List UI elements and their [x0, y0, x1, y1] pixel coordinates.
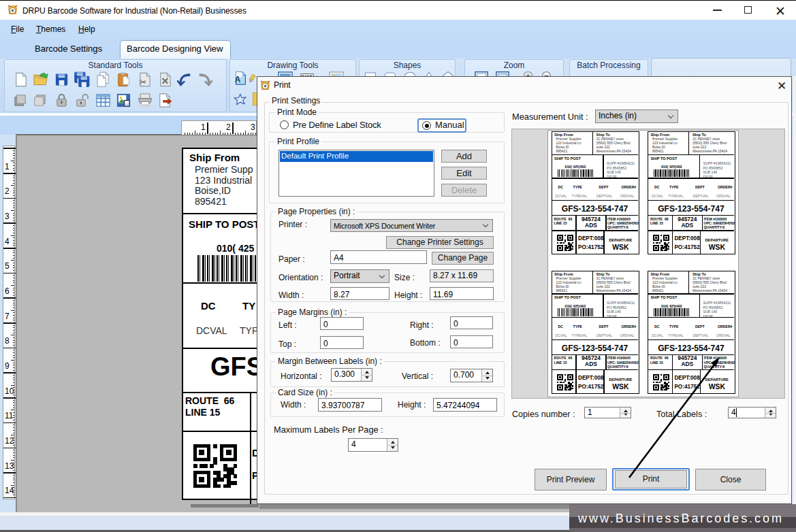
- svg-text:✂: ✂: [140, 78, 146, 87]
- svg-text:A: A: [235, 75, 241, 84]
